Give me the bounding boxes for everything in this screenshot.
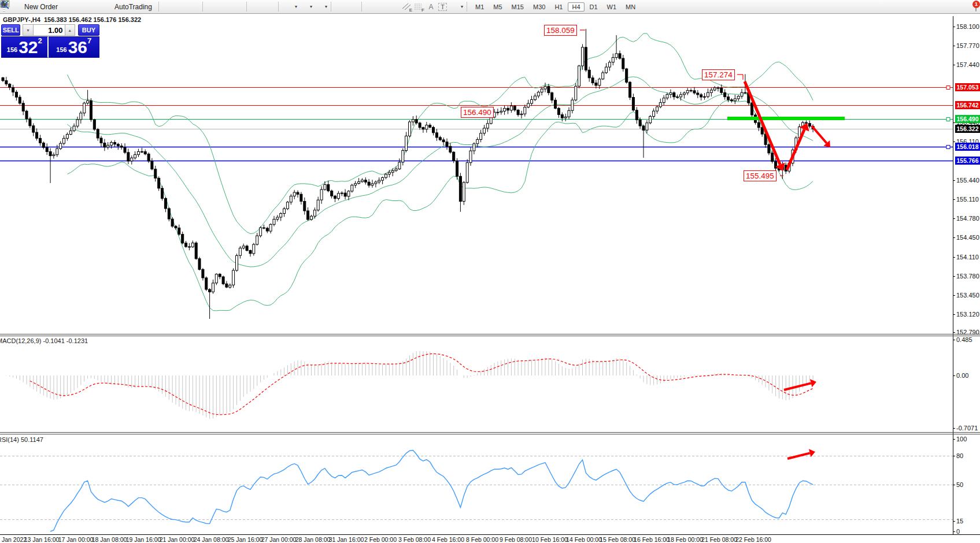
crosshair-icon[interactable] — [348, 2, 358, 12]
bid-pipette: 2 — [38, 38, 42, 44]
bid-big-figure: 156 — [7, 44, 17, 55]
candle-wicks — [3, 29, 813, 319]
ask-big-figure: 156 — [56, 44, 66, 55]
fibonacci-icon[interactable]: F — [414, 2, 424, 12]
cursor-icon[interactable] — [336, 2, 346, 12]
toolbar-group-zoom — [205, 0, 244, 13]
toolbar-group-shift — [249, 0, 276, 13]
templates-icon[interactable] — [313, 2, 323, 12]
bid-price-box[interactable]: 156 32 2 — [1, 36, 49, 58]
main-chart-layer — [0, 29, 953, 319]
trend-arrow — [745, 81, 780, 165]
toolbar-group-drawing: E F A T ▾ — [334, 0, 464, 13]
toolbar-right-group: 1 — [959, 2, 980, 12]
toolbar-separator — [202, 2, 203, 12]
ohlc-close: 156.322 — [118, 16, 141, 23]
new-order-button[interactable]: New Order — [7, 2, 61, 12]
volume-decrease-button[interactable]: ▼ — [23, 24, 33, 36]
timeframe-button-D1[interactable]: D1 — [586, 2, 602, 12]
green-resistance-bar — [727, 117, 845, 120]
timeframe-button-M15[interactable]: M15 — [508, 2, 528, 12]
zoom-out-icon[interactable] — [220, 2, 230, 12]
auto-scroll-icon[interactable] — [264, 2, 273, 12]
timeframe-button-MN[interactable]: MN — [622, 2, 639, 12]
indicators-caret[interactable]: ▾ — [295, 4, 297, 9]
volume-increase-button[interactable]: ▲ — [65, 24, 75, 36]
zoom-in-icon[interactable] — [208, 2, 217, 12]
autotrading-icon — [101, 2, 111, 12]
search-icon[interactable] — [960, 2, 970, 12]
timeframe-button-M30[interactable]: M30 — [529, 2, 549, 12]
trend-arrow — [812, 126, 827, 143]
periods-icon[interactable] — [298, 2, 308, 12]
periods-caret[interactable]: ▾ — [310, 4, 312, 9]
toolbar-separator — [278, 2, 279, 12]
ohlc-high: 156.462 — [69, 16, 92, 23]
ask-pips: 36 — [68, 39, 87, 55]
timeframe-button-H4[interactable]: H4 — [568, 2, 584, 12]
one-click-trading-panel: SELL ▼ ▲ BUY 156 32 2 156 36 7 — [1, 24, 99, 58]
chart-shift-icon[interactable] — [252, 2, 261, 12]
autotrading-label: AutoTrading — [114, 3, 152, 11]
bid-pips: 32 — [19, 39, 38, 55]
text-tool-icon[interactable]: A — [426, 2, 436, 12]
line-chart-icon[interactable] — [188, 2, 198, 12]
timeframe-button-M1[interactable]: M1 — [471, 2, 488, 12]
macd-layer — [3, 351, 813, 419]
trendline-icon[interactable] — [390, 2, 400, 12]
equidistant-channel-icon[interactable]: E — [402, 2, 412, 12]
trend-arrow — [784, 383, 811, 390]
toolbar-group-indicators: ▾ ▾ ▾ — [281, 0, 328, 13]
sell-button[interactable]: SELL — [1, 24, 20, 36]
toolbar-separator — [361, 2, 362, 12]
templates-caret[interactable]: ▾ — [325, 4, 327, 9]
horizontal-line-icon[interactable] — [378, 2, 387, 12]
notification-badge: 1 — [972, 1, 980, 8]
main-toolbar: New Order AutoTrading — [0, 0, 980, 14]
toolbar-separator — [467, 2, 467, 12]
chart-canvas[interactable] — [0, 0, 980, 543]
new-order-label: New Order — [24, 3, 58, 11]
symbol-ohlc-line: GBPJPY-,H4 156.383 156.462 156.176 156.3… — [3, 16, 141, 23]
candlestick-chart-icon[interactable] — [176, 2, 186, 12]
indicators-icon[interactable] — [283, 2, 293, 12]
ask-pipette: 7 — [87, 38, 91, 44]
toolbar-group-standard: New Order AutoTrading — [0, 0, 156, 13]
timeframe-button-M5[interactable]: M5 — [489, 2, 506, 12]
rsi-layer — [0, 451, 953, 532]
buy-button[interactable]: BUY — [78, 24, 99, 36]
toolbar-separator — [246, 2, 247, 12]
timeframe-button-H1[interactable]: H1 — [550, 2, 567, 12]
tile-windows-icon[interactable] — [232, 2, 242, 12]
timeframe-group: M1M5M15M30H1H4D1W1MN — [469, 0, 641, 13]
signal-icon[interactable] — [86, 2, 96, 12]
toolbar-separator — [331, 2, 331, 12]
bar-chart-icon[interactable] — [164, 2, 173, 12]
notifications-button[interactable]: 1 — [975, 3, 977, 11]
new-order-icon — [11, 2, 21, 12]
vertical-line-icon[interactable] — [365, 2, 375, 12]
trend-arrow — [787, 129, 804, 170]
ohlc-low: 156.176 — [94, 16, 117, 23]
arrows-tool-caret[interactable]: ▾ — [461, 4, 463, 9]
ohlc-open: 156.383 — [44, 16, 67, 23]
text-label-tool-icon[interactable]: T — [438, 3, 447, 11]
autotrading-button[interactable]: AutoTrading — [97, 2, 155, 12]
toolbar-group-charttypes — [161, 0, 200, 13]
timeframe-button-W1[interactable]: W1 — [603, 2, 621, 12]
volume-input[interactable] — [34, 24, 65, 36]
ask-price-box[interactable]: 156 36 7 — [49, 36, 99, 58]
symbol-title: GBPJPY-,H4 — [3, 16, 40, 23]
toolbar-separator — [158, 2, 159, 12]
gold-icon[interactable] — [62, 2, 72, 12]
arrows-tool-icon[interactable] — [449, 2, 459, 12]
history-icon[interactable] — [74, 2, 84, 12]
